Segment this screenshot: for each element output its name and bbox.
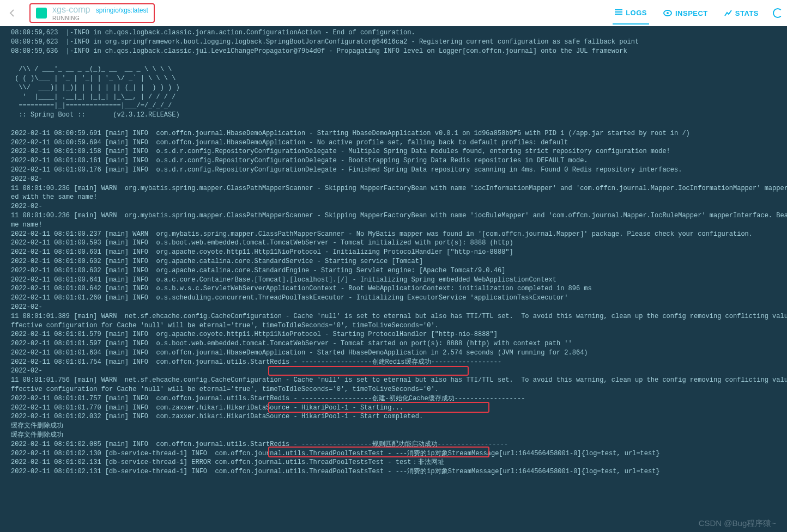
logs-output[interactable]: 08:00:59,623 |-INFO in ch.qos.logback.cl… <box>0 26 787 479</box>
header-tabs: LOGS INSPECT STATS <box>613 2 783 25</box>
logs-icon <box>615 9 622 16</box>
inspect-icon <box>663 10 672 16</box>
container-image: springio/xgs:latest <box>96 7 148 14</box>
container-info[interactable]: xgs-comp springio/xgs:latest RUNNING <box>29 3 155 23</box>
tab-stats-label: STATS <box>735 9 759 17</box>
container-icon <box>36 8 47 19</box>
tab-stats[interactable]: STATS <box>722 3 761 24</box>
stats-icon <box>724 10 732 16</box>
watermark: CSDN @Bug程序猿~ <box>699 518 776 529</box>
tab-logs[interactable]: LOGS <box>613 2 649 25</box>
back-button[interactable] <box>4 5 20 21</box>
tab-inspect[interactable]: INSPECT <box>661 3 710 24</box>
header-bar: xgs-comp springio/xgs:latest RUNNING LOG… <box>0 0 787 26</box>
container-text: xgs-comp springio/xgs:latest RUNNING <box>52 4 148 21</box>
loading-icon <box>773 8 783 18</box>
container-name: xgs-comp <box>52 5 90 14</box>
tab-logs-label: LOGS <box>626 9 647 17</box>
tab-inspect-label: INSPECT <box>675 9 708 17</box>
container-status: RUNNING <box>52 15 148 22</box>
svg-point-1 <box>667 12 669 14</box>
